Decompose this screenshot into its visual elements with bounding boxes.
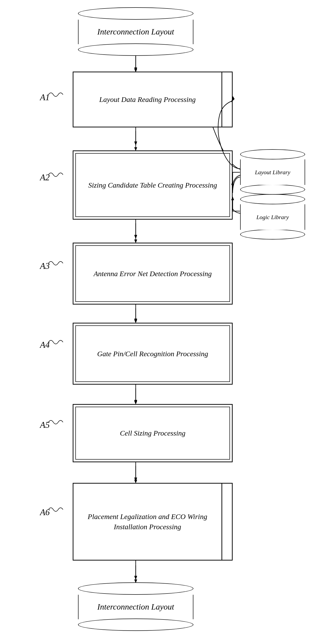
a3-label: Antenna Error Net Detection Processing <box>94 268 212 279</box>
step-a1-label: A1 <box>40 92 50 102</box>
a6-label: Placement Legalization and ECO Wiring In… <box>73 512 221 532</box>
svg-marker-11 <box>134 478 137 482</box>
a5-label: Cell Sizing Processing <box>120 428 186 438</box>
a1-label: Layout Data Reading Processing <box>99 94 195 104</box>
a4-squiggle <box>48 337 68 347</box>
diagram-container: Interconnection Layout A1 Layout Data Re… <box>0 0 316 644</box>
svg-marker-9 <box>134 400 137 404</box>
step-a3-label: A3 <box>40 261 50 271</box>
layout-library: Layout Library <box>240 149 305 194</box>
svg-marker-13 <box>134 576 137 580</box>
a2-box-inner: Sizing Candidate Table Creating Processi… <box>75 153 230 217</box>
a6-box-side <box>222 484 232 560</box>
a2-process-box: Sizing Candidate Table Creating Processi… <box>73 150 233 220</box>
a3-box-inner: Antenna Error Net Detection Processing <box>75 245 230 302</box>
bottom-cylinder-label: Interconnection Layout <box>79 602 193 612</box>
top-cylinder-label: Interconnection Layout <box>79 26 193 37</box>
a2-squiggle <box>48 170 68 180</box>
svg-marker-3 <box>134 142 137 146</box>
bottom-cylinder: Interconnection Layout <box>78 582 194 631</box>
a4-box-inner: Gate Pin/Cell Recognition Processing <box>75 326 230 382</box>
a3-process-box: Antenna Error Net Detection Processing <box>73 243 233 304</box>
logic-library: Logic Library <box>240 194 305 240</box>
step-a6-label: A6 <box>40 507 50 517</box>
a1-box-side <box>222 72 232 127</box>
logic-library-label: Logic Library <box>244 214 302 220</box>
step-a4-label: A4 <box>40 340 50 350</box>
a4-process-box: Gate Pin/Cell Recognition Processing <box>73 323 233 384</box>
a6-box-main: Placement Legalization and ECO Wiring In… <box>73 484 222 560</box>
a1-process-box: Layout Data Reading Processing <box>73 72 233 128</box>
step-a2-label: A2 <box>40 172 50 182</box>
a6-process-box: Placement Legalization and ECO Wiring In… <box>73 483 233 560</box>
a5-box-inner: Cell Sizing Processing <box>75 407 230 460</box>
svg-marker-1 <box>134 68 137 72</box>
svg-marker-5 <box>134 235 137 239</box>
svg-marker-7 <box>134 318 137 323</box>
a5-squiggle <box>48 417 68 427</box>
a5-process-box: Cell Sizing Processing <box>73 404 233 462</box>
a1-box-main: Layout Data Reading Processing <box>73 72 222 127</box>
step-a5-label: A5 <box>40 420 50 430</box>
layout-library-label: Layout Library <box>244 169 302 176</box>
a1-squiggle <box>48 90 68 100</box>
a6-squiggle <box>48 505 68 514</box>
a2-label: Sizing Candidate Table Creating Processi… <box>88 180 217 190</box>
a4-label: Gate Pin/Cell Recognition Processing <box>97 349 208 359</box>
top-cylinder: Interconnection Layout <box>78 7 194 56</box>
a3-squiggle <box>48 258 68 268</box>
